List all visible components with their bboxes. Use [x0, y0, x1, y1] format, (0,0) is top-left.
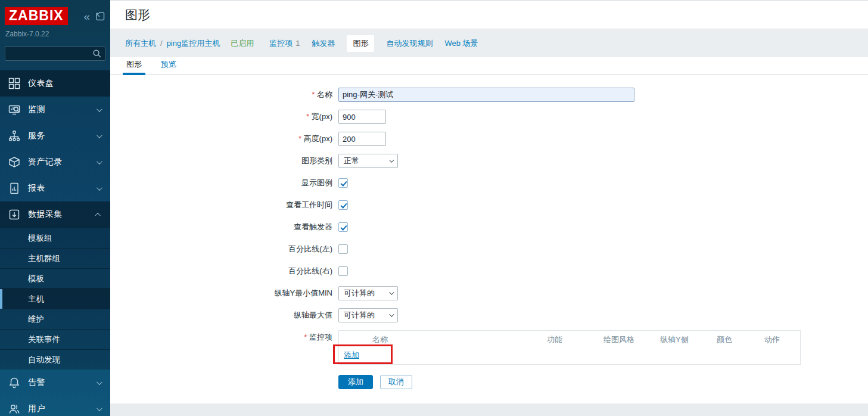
sidebar-item-label: 资产记录 — [28, 157, 97, 167]
bell-icon — [8, 376, 21, 389]
reports-icon — [8, 182, 21, 195]
submenu-item-label: 模板 — [28, 274, 44, 284]
chevron-down-icon — [389, 157, 394, 162]
services-icon — [8, 129, 21, 142]
col-action: 动作 — [764, 334, 800, 345]
add-button[interactable]: 添加 — [338, 375, 373, 389]
sidebar-item-label: 数据采集 — [28, 209, 97, 220]
sidebar-item-label: 告警 — [28, 377, 97, 388]
sidebar-item-label: 服务 — [28, 131, 97, 141]
height-input[interactable] — [338, 132, 386, 146]
zabbix-logo[interactable]: ZABBIX — [5, 7, 68, 25]
percentile-left-checkbox[interactable] — [338, 244, 348, 254]
width-label: 宽(px) — [110, 110, 332, 124]
collapse-sidebar-icon[interactable]: « — [83, 11, 90, 22]
items-add-link[interactable]: 添加 — [344, 350, 359, 361]
version-label: Zabbix-7.0.22 — [5, 30, 105, 38]
yaxis-max-value: 可计算的 — [344, 310, 375, 321]
breadcrumb-separator: / — [160, 39, 163, 48]
sidebar-item-data-collection[interactable]: 数据采集 — [0, 201, 110, 228]
show-working-time-checkbox[interactable] — [338, 200, 348, 210]
graph-type-label: 图形类别 — [110, 154, 332, 168]
cancel-button[interactable]: 取消 — [380, 375, 412, 389]
nav-items-label: 监控项 — [269, 39, 293, 48]
submenu-item-hosts[interactable]: 主机 — [0, 288, 110, 309]
monitoring-icon — [8, 103, 21, 116]
items-table-header: 名称 功能 绘图风格 纵轴Y侧 颜色 动作 — [339, 331, 800, 346]
tab-bar: 图形 预览 — [110, 57, 868, 75]
graph-type-value: 正常 — [344, 156, 359, 166]
yaxis-max-select[interactable]: 可计算的 — [338, 308, 398, 322]
chevron-down-icon — [389, 312, 394, 316]
dashboard-icon — [8, 77, 21, 90]
chevron-down-icon — [97, 159, 102, 164]
yaxis-min-value: 可计算的 — [344, 288, 375, 299]
show-legend-label: 显示图例 — [110, 176, 332, 190]
footer-strip — [110, 403, 868, 416]
chevron-down-icon — [97, 379, 102, 385]
data-collection-icon — [8, 208, 21, 221]
col-name: 名称 — [339, 334, 547, 345]
sidebar-item-monitoring[interactable]: 监测 — [0, 97, 110, 123]
nav-items-count: 1 — [295, 39, 300, 48]
sidebar-item-alerts[interactable]: 告警 — [0, 370, 110, 396]
sidebar-item-label: 用户 — [28, 403, 97, 414]
submenu-item-template-groups[interactable]: 模板组 — [0, 228, 110, 248]
submenu-item-maintenance[interactable]: 维护 — [0, 309, 110, 329]
col-color: 颜色 — [717, 334, 764, 345]
sidebar-item-users[interactable]: 用户 — [0, 396, 110, 416]
submenu-item-templates[interactable]: 模板 — [0, 268, 110, 288]
nav-discovery-link[interactable]: 自动发现规则 — [386, 38, 433, 49]
chevron-down-icon — [97, 132, 102, 138]
show-legend-checkbox[interactable] — [338, 178, 348, 188]
nav-items-link[interactable]: 监控项1 — [269, 38, 300, 49]
submenu-item-event-correlation[interactable]: 关联事件 — [0, 329, 110, 349]
data-collection-submenu: 模板组 主机群组 模板 主机 维护 关联事件 自动发现 — [0, 228, 110, 370]
percentile-right-label: 百分比线(右) — [110, 264, 332, 278]
items-label: 监控项 — [110, 330, 332, 344]
graph-type-select[interactable]: 正常 — [338, 154, 398, 168]
tab-preview[interactable]: 预览 — [160, 59, 178, 74]
nav-graphs-active[interactable]: 图形 — [347, 35, 374, 52]
status-badge: 已启用 — [231, 38, 254, 49]
sidebar-item-reports[interactable]: 报表 — [0, 175, 110, 201]
sidebar-item-services[interactable]: 服务 — [0, 123, 110, 149]
name-input[interactable] — [338, 88, 634, 102]
nav-web-link[interactable]: Web 场景 — [444, 38, 478, 49]
hide-sidebar-icon[interactable] — [95, 11, 105, 21]
submenu-item-host-groups[interactable]: 主机群组 — [0, 248, 110, 268]
submenu-item-label: 模板组 — [28, 233, 52, 244]
tab-graph[interactable]: 图形 — [125, 59, 143, 74]
sidebar-menu: 仪表盘 监测 — [0, 70, 110, 228]
page-title: 图形 — [125, 7, 150, 23]
sidebar-menu-bottom: 告警 用户 — [0, 370, 110, 416]
nav-triggers-link[interactable]: 触发器 — [312, 38, 335, 49]
col-function: 功能 — [547, 334, 603, 345]
sidebar: ZABBIX « Zabbix-7.0.22 — [0, 0, 110, 416]
items-table: 名称 功能 绘图风格 纵轴Y侧 颜色 动作 添加 — [338, 330, 801, 365]
show-triggers-label: 查看触发器 — [110, 220, 332, 234]
breadcrumb-all-hosts[interactable]: 所有主机 — [125, 38, 156, 49]
breadcrumb: 所有主机 / ping监控用主机 已启用 监控项1 触发器 图形 自动发现规则 … — [110, 29, 868, 57]
search-input[interactable] — [5, 46, 105, 61]
sidebar-item-inventory[interactable]: 资产记录 — [0, 149, 110, 175]
percentile-right-checkbox[interactable] — [338, 266, 348, 276]
show-working-time-label: 查看工作时间 — [110, 198, 332, 212]
chevron-down-icon — [97, 405, 102, 411]
sidebar-item-label: 监测 — [28, 104, 97, 115]
search-icon[interactable] — [92, 49, 102, 58]
chevron-down-icon — [97, 106, 102, 112]
show-triggers-checkbox[interactable] — [338, 222, 348, 232]
yaxis-min-label: 纵轴Y最小值MIN — [110, 286, 332, 300]
sidebar-item-label: 仪表盘 — [28, 78, 103, 89]
yaxis-min-select[interactable]: 可计算的 — [338, 286, 398, 300]
submenu-item-discovery[interactable]: 自动发现 — [0, 349, 110, 370]
sidebar-item-dashboard[interactable]: 仪表盘 — [0, 70, 110, 97]
breadcrumb-host[interactable]: ping监控用主机 — [167, 38, 220, 49]
users-icon — [8, 402, 21, 415]
inventory-icon — [8, 156, 21, 169]
width-input[interactable] — [338, 110, 386, 124]
submenu-item-label: 维护 — [28, 314, 44, 325]
submenu-item-label: 主机 — [28, 294, 44, 305]
graph-form: 名称 宽(px) 高度(px) 图形类别 正常 显示图例 — [110, 75, 868, 403]
